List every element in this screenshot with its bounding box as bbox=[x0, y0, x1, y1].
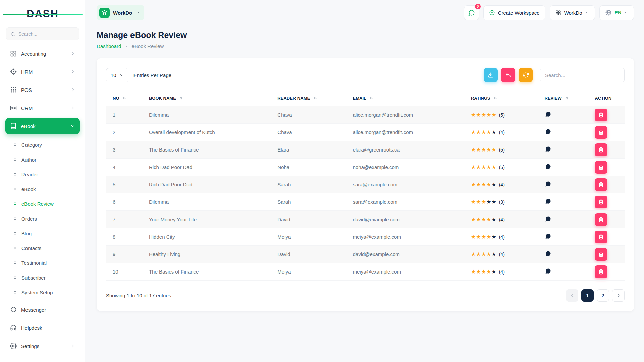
main-area: WorkDo 0 Create Workspace WorkDo bbox=[85, 0, 644, 362]
sidebar-item-accounting[interactable]: Accounting bbox=[5, 46, 80, 62]
pagination-prev-button[interactable] bbox=[566, 289, 578, 302]
cell-book-name: Dilemma bbox=[145, 106, 273, 124]
menu-item-icon bbox=[10, 324, 17, 331]
comment-icon[interactable] bbox=[545, 181, 551, 187]
sidebar-item-ebook[interactable]: eBook bbox=[5, 118, 80, 134]
comment-icon[interactable] bbox=[545, 198, 551, 205]
sidebar-item-messenger[interactable]: Messenger bbox=[5, 302, 80, 318]
comment-icon[interactable] bbox=[545, 111, 551, 118]
menu-item-label: Accounting bbox=[21, 51, 66, 57]
delete-button[interactable] bbox=[595, 109, 607, 121]
comment-icon[interactable] bbox=[545, 233, 551, 240]
table-search-input[interactable] bbox=[540, 68, 625, 82]
language-selector[interactable]: EN bbox=[599, 5, 634, 20]
star-icon: ★ bbox=[486, 164, 491, 170]
sidebar-subitem-testimonial[interactable]: Testimonial bbox=[9, 255, 80, 270]
comment-icon[interactable] bbox=[545, 163, 551, 170]
cell-review bbox=[541, 246, 591, 263]
workdo-dropdown[interactable]: WorkDo bbox=[550, 5, 595, 20]
brand-logo[interactable]: DASH bbox=[5, 7, 80, 21]
comment-icon[interactable] bbox=[545, 250, 551, 257]
delete-button[interactable] bbox=[595, 231, 607, 243]
pagination-next-button[interactable] bbox=[612, 289, 625, 302]
column-header-no[interactable]: NO bbox=[106, 90, 145, 106]
delete-button[interactable] bbox=[595, 265, 607, 278]
star-icon: ★ bbox=[491, 234, 496, 240]
star-icon: ★ bbox=[491, 181, 496, 188]
cell-action bbox=[591, 263, 625, 281]
sidebar-item-settings[interactable]: Settings bbox=[5, 338, 80, 354]
page-button-2[interactable]: 2 bbox=[597, 289, 609, 302]
sidebar-subitem-system-setup[interactable]: System Setup bbox=[9, 285, 80, 300]
sidebar-subitem-reader[interactable]: Reader bbox=[9, 167, 80, 182]
sidebar-item-hrm[interactable]: HRM bbox=[5, 64, 80, 80]
dot-icon bbox=[13, 261, 17, 264]
sidebar-subitem-category[interactable]: Category bbox=[9, 137, 80, 152]
messages-button[interactable]: 0 bbox=[464, 5, 479, 20]
cell-no: 8 bbox=[106, 228, 145, 246]
sidebar-subitem-ebook[interactable]: eBook bbox=[9, 182, 80, 196]
table-row-6: 6 Dilemma Sarah sara@example.com ★★★★★ (… bbox=[106, 193, 625, 211]
comment-icon[interactable] bbox=[545, 216, 551, 222]
star-icon: ★ bbox=[486, 112, 491, 118]
delete-button[interactable] bbox=[595, 143, 607, 156]
entries-per-page-value: 10 bbox=[111, 72, 116, 78]
sidebar-subitem-subscriber[interactable]: Subscriber bbox=[9, 270, 80, 285]
dot-icon bbox=[13, 217, 17, 220]
language-label: EN bbox=[615, 10, 621, 15]
dot-icon bbox=[13, 187, 17, 191]
delete-button[interactable] bbox=[595, 248, 607, 261]
sidebar-search[interactable] bbox=[6, 27, 79, 40]
message-count-badge: 0 bbox=[474, 3, 481, 10]
cell-no: 4 bbox=[106, 159, 145, 176]
review-table: NO BOOK NAME READER NAME EMAIL bbox=[106, 90, 625, 281]
table-row-8: 8 Hidden City Meiya meiya@example.com ★★… bbox=[106, 228, 625, 246]
submenu-item-label: eBook Review bbox=[21, 201, 54, 207]
column-header-review[interactable]: REVIEW bbox=[541, 90, 591, 106]
create-workspace-button[interactable]: Create Workspace bbox=[483, 5, 545, 20]
sidebar-item-crm[interactable]: CRM bbox=[5, 100, 80, 116]
sidebar-subitem-blog[interactable]: Blog bbox=[9, 226, 80, 241]
sort-icon bbox=[565, 96, 569, 100]
delete-button[interactable] bbox=[595, 213, 607, 226]
column-header-book-name[interactable]: BOOK NAME bbox=[145, 90, 273, 106]
delete-button[interactable] bbox=[595, 126, 607, 139]
workspace-switcher[interactable]: WorkDo bbox=[97, 5, 144, 20]
delete-button[interactable] bbox=[595, 161, 607, 174]
sidebar-search-input[interactable] bbox=[18, 31, 75, 37]
star-icon: ★ bbox=[481, 268, 486, 275]
sidebar-subitem-orders[interactable]: Orders bbox=[9, 211, 80, 226]
delete-button[interactable] bbox=[595, 178, 607, 191]
column-header-action[interactable]: ACTION bbox=[591, 90, 625, 106]
submenu-item-label: Blog bbox=[21, 231, 32, 236]
star-icon: ★ bbox=[491, 129, 496, 135]
sidebar-subitem-contacts[interactable]: Contacts bbox=[9, 241, 80, 255]
comment-icon[interactable] bbox=[545, 268, 551, 275]
cell-book-name: Overall development of Kutch bbox=[145, 124, 273, 141]
sidebar-item-pos[interactable]: POS bbox=[5, 82, 80, 98]
rating-stars: ★★★★★ bbox=[471, 251, 497, 257]
column-header-ratings[interactable]: RATINGS bbox=[467, 90, 541, 106]
column-header-reader-name[interactable]: READER NAME bbox=[273, 90, 348, 106]
page-button-1[interactable]: 1 bbox=[581, 289, 594, 302]
export-button[interactable] bbox=[484, 68, 498, 82]
column-header-email[interactable]: EMAIL bbox=[349, 90, 467, 106]
delete-button[interactable] bbox=[595, 196, 607, 208]
comment-icon[interactable] bbox=[545, 146, 551, 153]
table-row-9: 9 Healthy Living David david@example.com… bbox=[106, 246, 625, 263]
star-icon: ★ bbox=[491, 216, 496, 223]
reload-button[interactable] bbox=[519, 68, 533, 82]
reset-button[interactable] bbox=[501, 68, 515, 82]
table-footer: Showing 1 to 10 of 17 entries 1 2 bbox=[106, 289, 625, 302]
table-row-4: 4 Rich Dad Poor Dad Noha noha@example.co… bbox=[106, 159, 625, 176]
entries-per-page-select[interactable]: 10 bbox=[106, 68, 128, 82]
cell-email: meiya@example.com bbox=[349, 263, 467, 281]
rating-stars: ★★★★★ bbox=[471, 112, 497, 118]
trash-icon bbox=[598, 199, 604, 205]
sidebar-subitem-author[interactable]: Author bbox=[9, 152, 80, 167]
sidebar-item-helpdesk[interactable]: Helpdesk bbox=[5, 320, 80, 336]
sidebar-subitem-ebook-review[interactable]: eBook Review bbox=[9, 196, 80, 211]
breadcrumb-dashboard-link[interactable]: Dashboard bbox=[97, 43, 121, 49]
dot-icon bbox=[13, 246, 17, 250]
comment-icon[interactable] bbox=[545, 128, 551, 135]
